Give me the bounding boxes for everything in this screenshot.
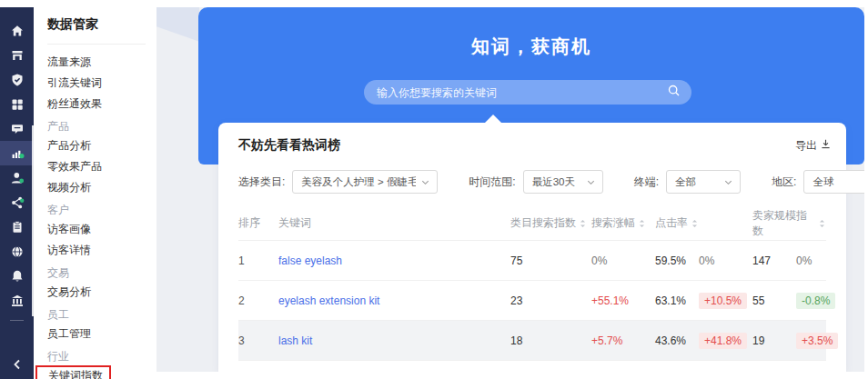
sidebar-item[interactable]: 交易分析 [47, 282, 156, 303]
side-menu: 数据管家 流量来源引流关键词粉丝通效果产品产品分析零效果产品视频分析客户访客画像… [34, 7, 156, 379]
category-index-cell: 23 [510, 294, 591, 307]
select-value: 全球 [812, 175, 858, 189]
hot-words-table: 排序关键词类目搜索指数搜索涨幅点击率卖家规模指数 1false eyelash7… [238, 206, 826, 361]
search-icon[interactable] [667, 84, 681, 101]
share-icon[interactable] [0, 190, 34, 214]
time-range-select[interactable]: 最近30天 [523, 170, 603, 194]
filter-region: 地区:全球 [772, 170, 864, 194]
region-select[interactable]: 全球 [803, 170, 864, 194]
category-select[interactable]: 美容及个人护理 > 假睫毛及工具 > 睫... [292, 170, 438, 194]
keyword-link[interactable]: eyelash extension kit [278, 294, 510, 307]
change-badge: 0% [796, 254, 812, 267]
column-header-rank: 排序 [238, 215, 278, 231]
background-decoration [156, 7, 199, 49]
filter-label: 选择类目: [238, 175, 285, 190]
select-value: 美容及个人护理 > 假睫毛及工具 > 睫... [301, 175, 416, 189]
grid-icon[interactable] [0, 92, 34, 116]
table-row[interactable]: 2eyelash extension kit23+55.1%63.1%+10.5… [238, 281, 826, 321]
keyword-link[interactable]: false eyelash [278, 254, 510, 267]
bell-icon[interactable] [0, 264, 34, 288]
sidebar-item[interactable]: 流量来源 [47, 52, 156, 73]
ctr-change-cell: +41.8% [699, 333, 752, 349]
sort-icon[interactable] [691, 218, 699, 229]
chevron-down-icon [416, 177, 430, 187]
chevron-left-icon[interactable] [0, 352, 34, 376]
column-header-label: 排序 [238, 215, 260, 231]
rank-cell: 2 [238, 294, 278, 307]
export-button[interactable]: 导出 [795, 138, 832, 154]
chevron-down-icon [858, 177, 864, 187]
ctr-change-cell: 0% [699, 254, 752, 267]
bank-icon[interactable] [0, 288, 34, 313]
sidebar-item[interactable]: 访客画像 [47, 219, 156, 240]
seller-index-cell: 19 [752, 334, 796, 347]
change-badge: +10.5% [699, 293, 747, 309]
keyword-search-box[interactable] [364, 80, 691, 105]
rank-cell: 3 [238, 334, 278, 347]
terminal-select[interactable]: 全部 [666, 170, 741, 194]
search-growth-cell: 0% [591, 254, 655, 267]
ctr-change-cell: +10.5% [699, 293, 752, 309]
chevron-down-icon [719, 177, 733, 187]
sidebar-item[interactable]: 视频分析 [47, 177, 156, 198]
store-icon[interactable] [0, 43, 34, 67]
column-header-label: 类目搜索指数 [510, 215, 576, 231]
select-value: 全部 [675, 175, 719, 189]
person-icon[interactable] [0, 165, 34, 190]
change-badge: +3.5% [796, 333, 838, 349]
clipboard-icon[interactable] [0, 214, 34, 239]
column-header-growth[interactable]: 搜索涨幅 [591, 215, 655, 231]
table-row[interactable]: 1false eyelash750%59.5%0%1470% [238, 241, 826, 281]
keyword-link[interactable]: lash kit [278, 334, 510, 347]
column-header-keyword: 关键词 [278, 215, 510, 231]
sidebar-item[interactable]: 产品分析 [47, 135, 156, 156]
side-menu-title: 数据管家 [47, 16, 156, 42]
filter-category: 选择类目:美容及个人护理 > 假睫毛及工具 > 睫... [238, 170, 438, 194]
chat-icon[interactable] [0, 116, 34, 141]
rank-cell: 1 [238, 254, 278, 267]
sidebar-item[interactable]: 关键词指数 [47, 365, 156, 379]
card-caret [484, 115, 502, 124]
sidebar-item[interactable]: 访客详情 [47, 240, 156, 261]
sort-icon[interactable] [638, 218, 646, 229]
sidebar-item[interactable]: 零效果产品 [47, 156, 156, 177]
keyword-search-input[interactable] [377, 86, 667, 99]
sort-icon[interactable] [818, 218, 826, 229]
table-header-row: 排序关键词类目搜索指数搜索涨幅点击率卖家规模指数 [238, 206, 826, 241]
seller-change-cell: +3.5% [796, 333, 838, 349]
seller-change-cell: 0% [796, 254, 826, 267]
sidebar-item[interactable]: 引流关键词 [47, 73, 156, 94]
filter-label: 地区: [772, 175, 796, 190]
menu-section-label: 员工 [47, 305, 156, 324]
bar-chart-icon[interactable] [0, 141, 34, 165]
globe-icon[interactable] [0, 239, 34, 264]
filter-time-range: 时间范围:最近30天 [469, 170, 602, 194]
sidebar-item[interactable]: 员工管理 [47, 324, 156, 344]
sidebar-item[interactable]: 粉丝通效果 [47, 94, 156, 115]
menu-section-label: 行业 [47, 347, 156, 365]
page-title: 知词，获商机 [198, 35, 864, 59]
ctr-cell: 59.5% [655, 254, 699, 267]
sort-icon[interactable] [579, 218, 587, 229]
change-badge: 0% [699, 254, 714, 267]
column-header-ctr[interactable]: 点击率 [655, 215, 752, 231]
change-badge: -0.8% [796, 293, 835, 309]
hot-words-card: 不妨先看看热词榜 导出 选择类目:美容及个人护理 > 假睫毛及工具 > 睫...… [218, 123, 846, 372]
category-index-cell: 75 [510, 254, 591, 267]
column-header-cat_index[interactable]: 类目搜索指数 [510, 215, 591, 231]
column-header-seller_index[interactable]: 卖家规模指数 [752, 208, 826, 239]
menu-section-label: 客户 [47, 201, 156, 219]
column-header-label: 点击率 [655, 215, 688, 231]
table-row[interactable]: 3lash kit18+5.7%43.6%+41.8%19+3.5% [238, 321, 826, 361]
search-growth-cell: +5.7% [591, 334, 655, 347]
filter-terminal: 终端:全部 [634, 170, 741, 194]
chevron-down-icon [581, 177, 596, 187]
export-label: 导出 [795, 138, 817, 154]
shield-check-icon[interactable] [0, 67, 34, 92]
home-icon[interactable] [0, 18, 34, 43]
menu-section-label: 产品 [47, 117, 156, 135]
seller-change-cell: -0.8% [796, 293, 835, 309]
menu-section-label: 交易 [47, 264, 156, 282]
filter-label: 时间范围: [469, 175, 515, 190]
category-index-cell: 18 [510, 334, 591, 347]
